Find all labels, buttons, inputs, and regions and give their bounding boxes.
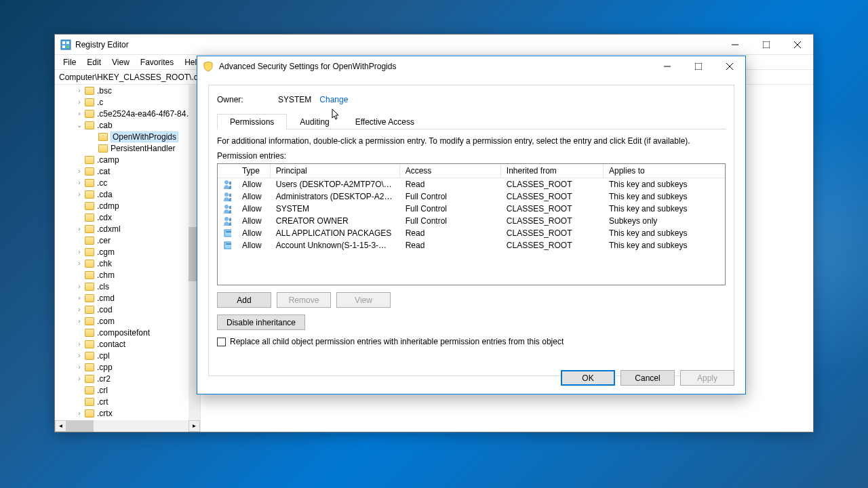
col-inherited[interactable]: Inherited from bbox=[501, 164, 604, 178]
expander-icon[interactable]: › bbox=[75, 352, 83, 359]
expander-icon[interactable]: › bbox=[75, 317, 83, 325]
expander-icon[interactable]: › bbox=[75, 167, 83, 175]
svg-point-19 bbox=[224, 217, 229, 221]
tree-item[interactable]: .cer bbox=[55, 235, 200, 246]
change-owner-link[interactable]: Change bbox=[319, 95, 348, 104]
cancel-button[interactable]: Cancel bbox=[620, 370, 675, 386]
expander-icon[interactable]: › bbox=[75, 87, 83, 94]
tree-item[interactable]: .chm bbox=[55, 269, 200, 281]
tree-item[interactable]: ›.cpp bbox=[55, 361, 200, 373]
tree-item[interactable]: ›.cc bbox=[55, 177, 200, 188]
table-row[interactable]: AllowAdministrators (DESKTOP-A2…Full Con… bbox=[218, 190, 725, 203]
expander-icon[interactable]: › bbox=[75, 409, 83, 417]
menu-favorites[interactable]: Favorites bbox=[135, 56, 179, 68]
svg-point-16 bbox=[229, 194, 231, 197]
tree-item[interactable]: OpenWithProgids bbox=[55, 131, 200, 142]
tree-scroll[interactable]: ›.bsc›.c›.c5e2524a-ea46-4f67-84…⌄.cabOpe… bbox=[55, 85, 200, 420]
table-row[interactable]: AllowSYSTEMFull ControlCLASSES_ROOTThis … bbox=[218, 203, 725, 215]
disable-inheritance-button[interactable]: Disable inheritance bbox=[217, 314, 305, 330]
tree-label: .contact bbox=[97, 340, 125, 349]
row-principal: SYSTEM bbox=[271, 204, 400, 214]
svg-rect-6 bbox=[763, 41, 770, 48]
tree-item[interactable]: ⌄.cab bbox=[55, 119, 200, 131]
tree-item[interactable]: ›.cat bbox=[55, 165, 200, 177]
tab-effective-access[interactable]: Effective Access bbox=[342, 114, 427, 129]
table-row[interactable]: AllowAccount Unknown(S-1-15-3-…ReadCLASS… bbox=[218, 239, 725, 251]
tab-permissions[interactable]: Permissions bbox=[217, 114, 287, 129]
expander-icon[interactable]: › bbox=[75, 98, 83, 106]
tree-item[interactable]: ›.com bbox=[55, 315, 200, 327]
folder-icon bbox=[85, 110, 94, 118]
tab-auditing[interactable]: Auditing bbox=[287, 114, 342, 129]
tree-item[interactable]: .cdx bbox=[55, 211, 200, 223]
menu-edit[interactable]: Edit bbox=[81, 56, 106, 68]
expander-icon[interactable]: › bbox=[75, 363, 83, 371]
svg-rect-23 bbox=[224, 242, 231, 249]
hscroll-left[interactable]: ◄ bbox=[55, 420, 66, 432]
folder-icon bbox=[85, 317, 94, 325]
expander-icon[interactable]: › bbox=[75, 260, 83, 267]
expander-icon[interactable]: › bbox=[75, 225, 83, 232]
expander-icon[interactable]: › bbox=[75, 306, 83, 313]
tree-item[interactable]: .crl bbox=[55, 384, 200, 396]
col-applies[interactable]: Applies to bbox=[604, 164, 725, 178]
col-type[interactable]: Type bbox=[237, 164, 271, 178]
expander-icon[interactable]: › bbox=[75, 340, 83, 348]
tree-item[interactable]: .camp bbox=[55, 154, 200, 165]
tree-item[interactable]: .cdmp bbox=[55, 200, 200, 211]
row-inherited: CLASSES_ROOT bbox=[501, 180, 604, 189]
expander-icon[interactable]: › bbox=[75, 110, 83, 117]
tree-item[interactable]: ›.cmd bbox=[55, 292, 200, 304]
expander-icon[interactable]: › bbox=[75, 179, 83, 186]
tree-item[interactable]: ›.cda bbox=[55, 188, 200, 200]
menu-file[interactable]: File bbox=[58, 56, 81, 68]
expander-icon[interactable]: › bbox=[75, 248, 83, 256]
tree-item[interactable]: ›.cr2 bbox=[55, 373, 200, 384]
tree-item[interactable]: ›.cgm bbox=[55, 246, 200, 258]
expander-icon[interactable]: ⌄ bbox=[75, 121, 83, 129]
tree-item[interactable]: .crt bbox=[55, 396, 200, 407]
tree-item[interactable]: .compositefont bbox=[55, 327, 200, 338]
dialog-minimize-button[interactable] bbox=[652, 56, 683, 77]
tabs: Permissions Auditing Effective Access bbox=[217, 114, 726, 129]
row-inherited: CLASSES_ROOT bbox=[501, 228, 604, 238]
add-button[interactable]: Add bbox=[217, 292, 271, 308]
close-button[interactable] bbox=[782, 35, 813, 55]
tree-item[interactable]: ›.bsc bbox=[55, 85, 200, 96]
table-row[interactable]: AllowUsers (DESKTOP-A2MTP7O\U…ReadCLASSE… bbox=[218, 178, 725, 190]
table-row[interactable]: AllowALL APPLICATION PACKAGESReadCLASSES… bbox=[218, 227, 725, 239]
folder-icon bbox=[85, 248, 94, 256]
tree-item[interactable]: ›.cpl bbox=[55, 350, 200, 361]
dialog-close-button[interactable] bbox=[714, 56, 745, 77]
svg-rect-10 bbox=[695, 63, 702, 70]
tree-item[interactable]: ›.cod bbox=[55, 304, 200, 315]
advanced-security-dialog: Advanced Security Settings for OpenWithP… bbox=[197, 56, 746, 394]
expander-icon[interactable]: › bbox=[75, 190, 83, 198]
tree-item[interactable]: PersistentHandler bbox=[55, 142, 200, 154]
replace-checkbox[interactable] bbox=[217, 338, 226, 346]
menu-view[interactable]: View bbox=[106, 56, 135, 68]
minimize-button[interactable] bbox=[719, 35, 751, 55]
col-icon[interactable] bbox=[218, 164, 237, 178]
ok-button[interactable]: OK bbox=[561, 370, 615, 386]
tree-label: .cdmp bbox=[97, 201, 119, 211]
folder-icon bbox=[85, 167, 94, 176]
expander-icon[interactable]: › bbox=[75, 375, 83, 382]
hscroll-right[interactable]: ► bbox=[189, 420, 200, 432]
tree-item[interactable]: ›.c bbox=[55, 96, 200, 108]
tree-item[interactable]: ›.cls bbox=[55, 281, 200, 292]
tree-item[interactable]: ›.contact bbox=[55, 338, 200, 350]
tree-item[interactable]: ›.chk bbox=[55, 258, 200, 269]
hscroll-thumb[interactable] bbox=[66, 420, 94, 432]
tree-item[interactable]: ›.crtx bbox=[55, 407, 200, 419]
expander-icon[interactable]: › bbox=[75, 283, 83, 290]
table-row[interactable]: AllowCREATOR OWNERFull ControlCLASSES_RO… bbox=[218, 215, 725, 227]
col-principal[interactable]: Principal bbox=[271, 164, 400, 178]
horizontal-scrollbar[interactable]: ◄ ► bbox=[55, 420, 200, 432]
dialog-maximize-button[interactable] bbox=[683, 56, 714, 77]
maximize-button[interactable] bbox=[751, 35, 782, 55]
tree-item[interactable]: ›.cdxml bbox=[55, 223, 200, 235]
expander-icon[interactable]: › bbox=[75, 294, 83, 302]
col-access[interactable]: Access bbox=[400, 164, 501, 178]
tree-item[interactable]: ›.c5e2524a-ea46-4f67-84… bbox=[55, 108, 200, 119]
